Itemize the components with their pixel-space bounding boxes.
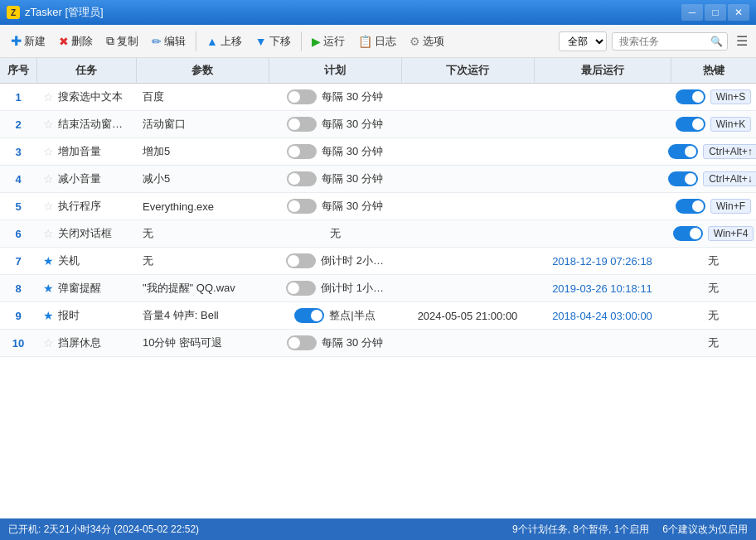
cell-param: 活动窗口 (136, 111, 269, 138)
close-button[interactable]: ✕ (728, 4, 749, 21)
plan-toggle[interactable] (287, 144, 317, 159)
cell-param: 无 (136, 248, 269, 275)
star-icon[interactable]: ☆ (43, 172, 54, 186)
hotkey-tag: Win+S (710, 89, 752, 104)
star-icon[interactable]: ☆ (43, 227, 54, 240)
cell-hotkey: 无 (671, 330, 756, 357)
cell-last-run (534, 330, 671, 357)
col-header-last: 最后运行 (534, 58, 671, 84)
cell-param: 10分钟 密码可退 (136, 330, 269, 357)
cell-param: 增加5 (136, 138, 269, 166)
cell-last-run (534, 166, 671, 193)
edit-button[interactable]: ✏ 编辑 (146, 31, 191, 52)
star-icon[interactable]: ★ (43, 282, 54, 295)
up-button[interactable]: ▲ 上移 (201, 31, 248, 52)
hotkey-toggle[interactable] (676, 199, 705, 214)
separator (196, 31, 196, 51)
run-icon: ▶ (312, 35, 321, 48)
table-row[interactable]: 5☆执行程序Everything.exe每隔 30 分钟Win+F (0, 193, 756, 220)
cell-next-run (401, 111, 534, 138)
cell-hotkey: Win+K (671, 111, 756, 138)
app-title: zTasker [管理员] (25, 5, 104, 20)
cell-task: ☆关闭对话框 (36, 220, 136, 248)
star-icon[interactable]: ★ (43, 254, 54, 268)
cell-hotkey: 无 (671, 248, 756, 275)
table-row[interactable]: 4☆减小音量减小5每隔 30 分钟Ctrl+Alt+↓ (0, 166, 756, 193)
run-button[interactable]: ▶ 运行 (306, 31, 351, 52)
cell-hotkey: 无 (671, 275, 756, 302)
cell-hotkey: Win+F4 (671, 220, 756, 248)
star-icon[interactable]: ☆ (43, 145, 54, 158)
search-input[interactable] (612, 32, 728, 51)
plan-toggle[interactable] (287, 89, 317, 104)
star-icon[interactable]: ☆ (43, 90, 54, 104)
table-row[interactable]: 7★关机无倒计时 2小…2018-12-19 07:26:18无 (0, 248, 756, 275)
col-header-num: 序号 (0, 58, 36, 84)
plan-toggle[interactable] (287, 335, 317, 350)
hotkey-tag: Win+F4 (708, 226, 754, 241)
cell-num: 6 (0, 220, 36, 248)
copy-button[interactable]: ⧉ 复制 (100, 31, 144, 52)
hotkey-toggle[interactable] (676, 89, 705, 104)
table-row[interactable]: 1☆搜索选中文本百度每隔 30 分钟Win+S (0, 84, 756, 111)
hotkey-toggle[interactable] (673, 226, 703, 241)
cell-next-run (401, 220, 534, 248)
table-row[interactable]: 3☆增加音量增加5每隔 30 分钟Ctrl+Alt+↑ (0, 138, 756, 166)
hotkey-tag: Win+F (710, 199, 751, 214)
col-header-task: 任务 (36, 58, 136, 84)
down-button[interactable]: ▼ 下移 (250, 31, 297, 52)
hotkey-toggle[interactable] (668, 144, 698, 159)
star-icon[interactable]: ☆ (43, 336, 54, 350)
app-icon: Z (7, 6, 20, 19)
log-button[interactable]: 📋 日志 (352, 31, 402, 52)
plan-toggle[interactable] (287, 171, 317, 186)
hotkey-tag: Ctrl+Alt+↓ (703, 171, 756, 186)
table-row[interactable]: 6☆关闭对话框无无Win+F4 (0, 220, 756, 248)
plan-toggle[interactable] (287, 117, 317, 132)
cell-next-run (401, 330, 534, 357)
hotkey-tag: Ctrl+Alt+↑ (703, 144, 756, 159)
task-name: 搜索选中文本 (58, 89, 123, 104)
plan-toggle[interactable] (294, 308, 324, 323)
minimize-button[interactable]: ─ (681, 4, 703, 21)
task-name: 弹窗提醒 (58, 281, 101, 296)
cell-task: ☆搜索选中文本 (36, 84, 136, 111)
plan-toggle[interactable] (286, 281, 316, 296)
title-bar: Z zTasker [管理员] ─ □ ✕ (0, 0, 756, 25)
table-row[interactable]: 9★报时音量4 钟声: Bell整点|半点2024-05-05 21:00:00… (0, 302, 756, 330)
cell-hotkey: Win+F (671, 193, 756, 220)
table-row[interactable]: 8★弹窗提醒"我的提醒" QQ.wav倒计时 1小…2019-03-26 10:… (0, 275, 756, 302)
hotkey-toggle[interactable] (676, 117, 705, 132)
list-view-button[interactable]: ☰ (733, 31, 751, 51)
star-icon[interactable]: ☆ (43, 118, 54, 131)
status-right: 9个计划任务, 8个暂停, 1个启用 6个建议改为仅启用 (512, 523, 748, 537)
plan-toggle[interactable] (286, 253, 316, 268)
cell-plan: 倒计时 1小… (269, 275, 401, 302)
cell-next-run (401, 166, 534, 193)
cell-plan: 倒计时 2小… (269, 248, 401, 275)
cell-param: 音量4 钟声: Bell (136, 302, 269, 330)
cell-next-run (401, 248, 534, 275)
maximize-button[interactable]: □ (705, 4, 726, 21)
table-row[interactable]: 10☆挡屏休息10分钟 密码可退每隔 30 分钟无 (0, 330, 756, 357)
star-icon[interactable]: ★ (43, 309, 54, 322)
cell-task: ★弹窗提醒 (36, 275, 136, 302)
options-button[interactable]: ⚙ 选项 (404, 31, 450, 52)
new-button[interactable]: ✚ 新建 (5, 30, 51, 52)
cell-task: ☆执行程序 (36, 193, 136, 220)
hotkey-toggle[interactable] (668, 171, 698, 186)
cell-plan: 整点|半点 (269, 302, 401, 330)
cell-param: 减小5 (136, 166, 269, 193)
copy-icon: ⧉ (106, 34, 114, 48)
cell-num: 3 (0, 138, 36, 166)
separator2 (301, 31, 302, 51)
cell-plan: 每隔 30 分钟 (269, 84, 401, 111)
star-icon[interactable]: ☆ (43, 200, 54, 213)
cell-plan: 每隔 30 分钟 (269, 111, 401, 138)
delete-button[interactable]: ✖ 删除 (53, 31, 99, 52)
filter-select[interactable]: 全部 (559, 31, 607, 51)
table-row[interactable]: 2☆结束活动窗…活动窗口每隔 30 分钟Win+K (0, 111, 756, 138)
task-name: 结束活动窗… (58, 117, 123, 132)
status-uptime: 已开机: 2天21小时34分 (2024-05-02 22:52) (8, 523, 199, 537)
plan-toggle[interactable] (287, 199, 317, 214)
